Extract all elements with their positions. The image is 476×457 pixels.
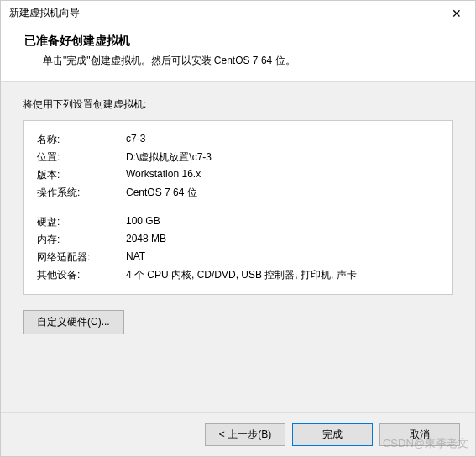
settings-box: 名称: c7-3 位置: D:\虚拟机放置\c7-3 版本: Workstati…: [23, 120, 453, 295]
close-icon[interactable]: ✕: [447, 7, 467, 20]
row-value: 100 GB: [126, 215, 439, 229]
titlebar: 新建虚拟机向导 ✕: [1, 1, 475, 25]
row-value: 2048 MB: [126, 233, 439, 247]
row-label: 操作系统:: [37, 186, 126, 200]
row-value: CentOS 7 64 位: [126, 186, 439, 200]
row-label: 名称:: [37, 133, 126, 147]
row-name: 名称: c7-3: [37, 131, 439, 149]
settings-label: 将使用下列设置创建虚拟机:: [23, 97, 453, 112]
header-heading: 已准备好创建虚拟机: [24, 34, 458, 49]
row-os: 操作系统: CentOS 7 64 位: [37, 184, 439, 202]
wizard-content: 将使用下列设置创建虚拟机: 名称: c7-3 位置: D:\虚拟机放置\c7-3…: [1, 82, 475, 412]
row-gap: [37, 202, 439, 213]
cancel-button[interactable]: 取消: [379, 423, 460, 446]
header-subtext: 单击"完成"创建虚拟机。然后可以安装 CentOS 7 64 位。: [43, 54, 458, 68]
row-disk: 硬盘: 100 GB: [37, 213, 439, 231]
wizard-window: 新建虚拟机向导 ✕ 已准备好创建虚拟机 单击"完成"创建虚拟机。然后可以安装 C…: [0, 0, 476, 457]
window-title: 新建虚拟机向导: [9, 6, 80, 20]
row-network: 网络适配器: NAT: [37, 249, 439, 266]
row-label: 硬盘:: [37, 215, 126, 229]
row-other-devices: 其他设备: 4 个 CPU 内核, CD/DVD, USB 控制器, 打印机, …: [37, 266, 439, 284]
row-value: NAT: [126, 250, 439, 265]
row-label: 位置:: [37, 150, 126, 165]
row-location: 位置: D:\虚拟机放置\c7-3: [37, 149, 439, 166]
row-value: Workstation 16.x: [126, 168, 439, 182]
row-value: 4 个 CPU 内核, CD/DVD, USB 控制器, 打印机, 声卡: [126, 268, 439, 282]
back-button[interactable]: < 上一步(B): [205, 423, 285, 446]
wizard-header: 已准备好创建虚拟机 单击"完成"创建虚拟机。然后可以安装 CentOS 7 64…: [1, 25, 475, 82]
wizard-footer: < 上一步(B) 完成 取消 CSDN@東季老文: [1, 412, 475, 456]
row-label: 网络适配器:: [37, 250, 126, 265]
row-label: 内存:: [37, 233, 126, 247]
customize-hardware-button[interactable]: 自定义硬件(C)...: [23, 310, 124, 334]
row-label: 其他设备:: [37, 268, 126, 282]
row-value: D:\虚拟机放置\c7-3: [126, 150, 439, 165]
finish-button[interactable]: 完成: [292, 423, 373, 446]
row-value: c7-3: [126, 133, 439, 147]
row-label: 版本:: [37, 168, 126, 182]
row-version: 版本: Workstation 16.x: [37, 166, 439, 184]
row-memory: 内存: 2048 MB: [37, 231, 439, 249]
